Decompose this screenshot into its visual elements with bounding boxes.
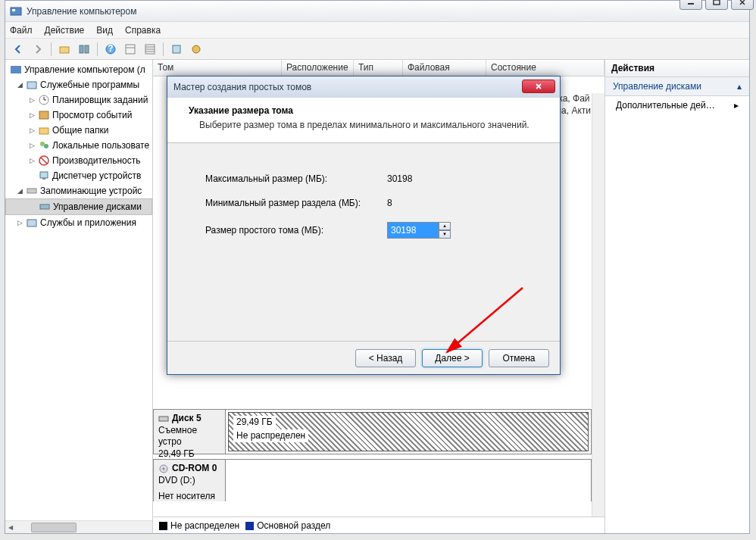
svg-point-37: [163, 467, 165, 470]
wizard-subheading: Выберите размер тома в пределах минималь…: [189, 119, 545, 132]
actions-section[interactable]: Управление дисками ▴: [605, 77, 749, 96]
menu-view[interactable]: Вид: [96, 25, 113, 36]
center-scrollbar[interactable]: [592, 93, 604, 517]
legend: Не распределен Основной раздел: [153, 517, 604, 533]
list-button[interactable]: [142, 41, 158, 58]
maximize-button[interactable]: [705, 0, 728, 10]
cdrom-label: CD-ROM 0 DVD (D:) Нет носителя: [154, 460, 226, 501]
app-icon: [10, 5, 22, 17]
volume-size-input[interactable]: [387, 222, 439, 239]
spinner-up[interactable]: ▲: [439, 222, 451, 230]
svg-text:?: ?: [108, 43, 113, 54]
svg-point-18: [192, 45, 200, 53]
next-button[interactable]: Далее >: [422, 349, 483, 367]
close-button[interactable]: [731, 0, 754, 10]
col-status[interactable]: Состояние: [486, 60, 604, 76]
actions-header: Действия: [605, 60, 749, 77]
window-title: Управление компьютером: [27, 6, 136, 17]
volume-size-label: Размер простого тома (МБ):: [205, 225, 387, 236]
collapse-icon: ▴: [737, 81, 742, 92]
tree-event-viewer[interactable]: ▷Просмотр событий: [5, 108, 152, 123]
svg-line-29: [41, 158, 47, 164]
wizard-dialog: Мастер создания простых томов Указание р…: [167, 76, 561, 375]
tree-task-scheduler[interactable]: ▷Планировщик заданий: [5, 92, 152, 108]
svg-rect-6: [60, 47, 69, 53]
tree-disk-management[interactable]: Управление дисками: [5, 198, 152, 215]
svg-rect-7: [80, 45, 83, 53]
tree-device-manager[interactable]: Диспетчер устройств: [5, 168, 152, 183]
max-size-label: Максимальный размер (МБ):: [205, 173, 387, 184]
wizard-header: Указание размера тома Выберите размер то…: [167, 98, 560, 143]
minimize-button[interactable]: [679, 0, 702, 10]
svg-rect-30: [40, 172, 48, 178]
tree-shared-folders[interactable]: ▷Общие папки: [5, 123, 152, 138]
up-button[interactable]: [56, 41, 73, 58]
tree-scrollbar[interactable]: ◀: [5, 520, 152, 533]
wizard-titlebar[interactable]: Мастер создания простых томов: [167, 76, 560, 98]
cdrom-row[interactable]: CD-ROM 0 DVD (D:) Нет носителя: [153, 459, 592, 501]
svg-rect-31: [42, 178, 45, 179]
disk5-partition[interactable]: 29,49 ГБ Не распределен: [228, 412, 589, 451]
settings-button[interactable]: [188, 41, 205, 58]
help-button[interactable]: ?: [102, 41, 119, 58]
tree-system-tools[interactable]: ◢Служебные программы: [5, 77, 152, 92]
tree-local-users[interactable]: ▷Локальные пользовате: [5, 138, 152, 153]
volume-size-spinner: ▲ ▼: [387, 222, 451, 239]
menu-help[interactable]: Справка: [125, 25, 161, 36]
svg-point-26: [40, 142, 45, 146]
properties-button[interactable]: [76, 41, 92, 58]
nav-back-button[interactable]: [10, 41, 27, 58]
svg-rect-3: [714, 0, 720, 5]
svg-rect-34: [27, 220, 36, 226]
col-volume[interactable]: Том: [153, 60, 282, 76]
chevron-right-icon: ▸: [734, 100, 739, 111]
wizard-close-button[interactable]: [522, 80, 555, 93]
wizard-body: Максимальный размер (МБ): 30198 Минималь…: [167, 143, 560, 260]
svg-rect-33: [40, 204, 49, 209]
svg-rect-17: [173, 45, 180, 53]
view-button[interactable]: [122, 41, 139, 58]
svg-rect-19: [11, 66, 21, 73]
spinner-down[interactable]: ▼: [439, 230, 451, 239]
col-layout[interactable]: Расположение: [282, 60, 354, 76]
titlebar: Управление компьютером: [5, 1, 749, 22]
min-size-label: Минимальный размер раздела (МБ):: [205, 198, 387, 208]
navigation-tree: Управление компьютером (л ◢Служебные про…: [5, 60, 153, 533]
wizard-heading: Указание размера тома: [189, 105, 545, 116]
svg-rect-25: [39, 128, 48, 134]
disk5-label: Диск 5 Съемное устро 29,49 ГБ В сети: [154, 410, 226, 454]
menubar: Файл Действие Вид Справка: [5, 22, 749, 39]
svg-point-27: [44, 144, 48, 148]
col-filesystem[interactable]: Файловая система: [403, 60, 486, 76]
tree-performance[interactable]: ▷Производительность: [5, 153, 152, 168]
back-button[interactable]: < Назад: [355, 349, 416, 367]
menu-action[interactable]: Действие: [45, 25, 85, 36]
max-size-value: 30198: [387, 173, 412, 184]
menu-file[interactable]: Файл: [10, 25, 33, 36]
refresh-button[interactable]: [168, 41, 185, 58]
svg-rect-32: [27, 189, 36, 193]
tree-storage[interactable]: ◢Запоминающие устройс: [5, 183, 152, 198]
svg-rect-8: [85, 45, 89, 53]
wizard-footer: < Назад Далее > Отмена: [167, 341, 560, 374]
svg-rect-1: [12, 9, 15, 11]
col-type[interactable]: Тип: [354, 60, 403, 76]
actions-more[interactable]: Дополнительные дей… ▸: [605, 96, 749, 114]
svg-rect-20: [27, 82, 36, 89]
min-size-value: 8: [387, 198, 392, 208]
disk5-row[interactable]: Диск 5 Съемное устро 29,49 ГБ В сети 29,…: [153, 409, 592, 454]
svg-rect-11: [126, 45, 135, 54]
actions-panel: Действия Управление дисками ▴ Дополнител…: [605, 60, 749, 533]
svg-rect-35: [159, 417, 168, 421]
tree-root[interactable]: Управление компьютером (л: [5, 62, 152, 77]
volume-grid-header: Том Расположение Тип Файловая система Со…: [153, 60, 604, 76]
nav-forward-button[interactable]: [30, 41, 46, 58]
toolbar: ?: [5, 39, 749, 60]
tree-services[interactable]: ▷Службы и приложения: [5, 215, 152, 230]
wizard-title: Мастер создания простых томов: [173, 82, 311, 92]
cancel-button[interactable]: Отмена: [489, 349, 549, 367]
svg-rect-24: [39, 111, 48, 119]
